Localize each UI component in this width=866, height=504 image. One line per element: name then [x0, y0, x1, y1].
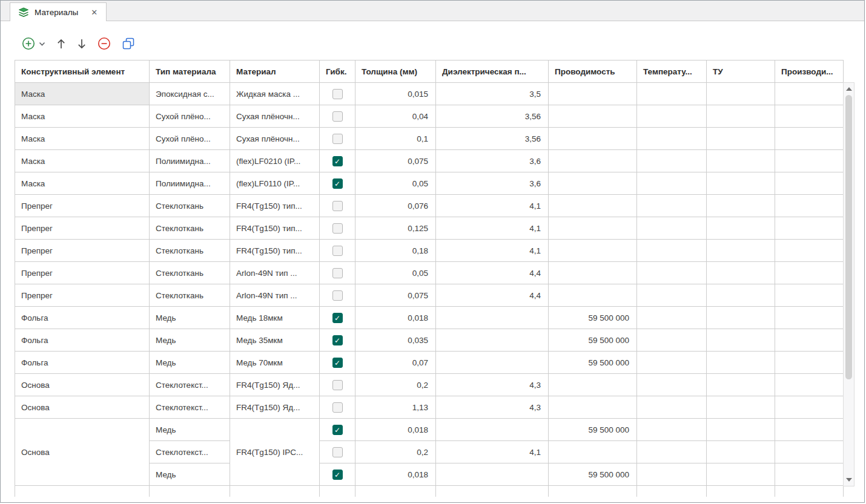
cell-material[interactable]: Медь 70мкм: [230, 352, 320, 374]
column-header-material[interactable]: Материал: [230, 61, 320, 83]
cell-dielectric[interactable]: [436, 329, 549, 352]
flex-checkbox-unchecked[interactable]: [332, 268, 343, 278]
flex-checkbox-unchecked[interactable]: [332, 290, 343, 301]
cell-temp[interactable]: [637, 284, 707, 307]
cell-dielectric[interactable]: 3,6: [436, 150, 549, 172]
cell-manufacturer[interactable]: [775, 419, 844, 441]
cell-element[interactable]: Фольга: [15, 307, 150, 329]
cell-type[interactable]: Стеклоткань: [150, 284, 230, 307]
cell-thickness[interactable]: 0,07: [355, 352, 436, 374]
cell-thickness[interactable]: 0,18: [355, 240, 436, 262]
cell-conductivity[interactable]: 59 500 000: [549, 419, 637, 441]
cell-conductivity[interactable]: [549, 83, 637, 105]
cell-element[interactable]: Основа: [15, 374, 150, 396]
column-header-thickness[interactable]: Толщина (мм): [355, 61, 436, 83]
cell-tu[interactable]: [707, 441, 775, 463]
flex-checkbox-checked[interactable]: ✓: [332, 178, 343, 189]
cell-thickness[interactable]: 0,018: [355, 419, 436, 441]
flex-checkbox-unchecked[interactable]: [332, 223, 343, 234]
cell-element[interactable]: Маска: [15, 128, 150, 150]
cell-tu[interactable]: [707, 352, 775, 374]
cell-element[interactable]: Фольга: [15, 352, 150, 374]
cell-type[interactable]: Стеклотекст...: [150, 374, 230, 396]
cell-dielectric[interactable]: 3,56: [436, 105, 549, 128]
cell-material[interactable]: FR4(Tg150) тип...: [230, 217, 320, 240]
copy-button[interactable]: [122, 37, 135, 50]
cell-manufacturer[interactable]: [775, 307, 844, 329]
cell-tu[interactable]: [707, 284, 775, 307]
cell-thickness[interactable]: 0,015: [355, 83, 436, 105]
cell-type[interactable]: Сухой плёно...: [150, 105, 230, 128]
cell-flex[interactable]: [320, 83, 355, 105]
column-header-type[interactable]: Тип материала: [150, 61, 230, 83]
cell-material[interactable]: FR4(Tg150) тип...: [230, 195, 320, 217]
scroll-down-button[interactable]: [844, 475, 854, 485]
cell-thickness[interactable]: 0,018: [355, 307, 436, 329]
column-header-conductivity[interactable]: Проводимость: [549, 61, 637, 83]
cell-dielectric[interactable]: [436, 486, 549, 497]
cell-conductivity[interactable]: [549, 150, 637, 172]
cell-conductivity[interactable]: [549, 374, 637, 396]
cell-thickness[interactable]: 0,035: [355, 329, 436, 352]
flex-checkbox-checked[interactable]: ✓: [332, 156, 343, 166]
flex-checkbox-checked[interactable]: ✓: [332, 358, 343, 368]
cell-flex[interactable]: [320, 396, 355, 419]
cell-flex[interactable]: [320, 441, 355, 463]
cell-material[interactable]: (flex)LF0110 (IP...: [230, 172, 320, 195]
cell-tu[interactable]: [707, 105, 775, 128]
flex-checkbox-checked[interactable]: ✓: [332, 425, 343, 435]
cell-material[interactable]: (flex)LF0210 (IP...: [230, 150, 320, 172]
cell-dielectric[interactable]: 4,3: [436, 374, 549, 396]
cell-material[interactable]: FR4(Tg150) тип...: [230, 240, 320, 262]
cell-flex[interactable]: ✓: [320, 419, 355, 441]
cell-flex[interactable]: [320, 240, 355, 262]
cell-temp[interactable]: [637, 105, 707, 128]
cell-dielectric[interactable]: [436, 463, 549, 486]
flex-checkbox-unchecked[interactable]: [332, 246, 343, 256]
flex-checkbox-unchecked[interactable]: [332, 201, 343, 211]
cell-thickness[interactable]: 1,13: [355, 396, 436, 419]
cell-temp[interactable]: [637, 217, 707, 240]
cell-conductivity[interactable]: [549, 105, 637, 128]
cell-dielectric[interactable]: 4,4: [436, 262, 549, 284]
cell-manufacturer[interactable]: [775, 195, 844, 217]
cell-type[interactable]: Медь: [150, 419, 230, 441]
cell-manufacturer[interactable]: [775, 284, 844, 307]
cell-conductivity[interactable]: 59 500 000: [549, 463, 637, 486]
flex-checkbox-unchecked[interactable]: [332, 89, 343, 99]
cell-tu[interactable]: [707, 83, 775, 105]
cell-conductivity[interactable]: [549, 128, 637, 150]
cell-flex[interactable]: [320, 195, 355, 217]
cell-dielectric[interactable]: [436, 352, 549, 374]
cell-flex[interactable]: ✓: [320, 150, 355, 172]
cell-type[interactable]: Стеклотекст...: [150, 441, 230, 463]
column-header-manufacturer[interactable]: Производи...: [775, 61, 844, 83]
cell-temp[interactable]: [637, 441, 707, 463]
cell-material[interactable]: Медь 18мкм: [230, 307, 320, 329]
flex-checkbox-unchecked[interactable]: [332, 111, 343, 122]
cell-manufacturer[interactable]: [775, 352, 844, 374]
cell-tu[interactable]: [707, 195, 775, 217]
cell-type[interactable]: Сухой плёно...: [150, 128, 230, 150]
flex-checkbox-unchecked[interactable]: [332, 380, 343, 390]
cell-conductivity[interactable]: [549, 217, 637, 240]
flex-checkbox-checked[interactable]: ✓: [332, 313, 343, 323]
cell-temp[interactable]: [637, 83, 707, 105]
cell-thickness[interactable]: 0,05: [355, 262, 436, 284]
cell-temp[interactable]: [637, 172, 707, 195]
cell-tu[interactable]: [707, 150, 775, 172]
cell-element[interactable]: [15, 486, 150, 497]
cell-temp[interactable]: [637, 150, 707, 172]
cell-temp[interactable]: [637, 307, 707, 329]
cell-element[interactable]: Маска: [15, 150, 150, 172]
vertical-scrollbar[interactable]: [843, 82, 854, 486]
cell-dielectric[interactable]: 4,3: [436, 396, 549, 419]
flex-checkbox-checked[interactable]: ✓: [332, 470, 343, 480]
add-options-button[interactable]: [39, 42, 45, 46]
cell-type[interactable]: Медь: [150, 307, 230, 329]
cell-temp[interactable]: [637, 352, 707, 374]
scroll-up-button[interactable]: [844, 84, 854, 94]
cell-conductivity[interactable]: 59 500 000: [549, 329, 637, 352]
cell-manufacturer[interactable]: [775, 217, 844, 240]
cell-temp[interactable]: [637, 128, 707, 150]
